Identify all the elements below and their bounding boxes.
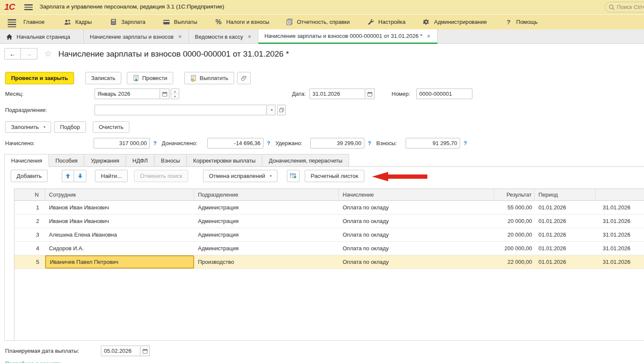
accrued-value[interactable] bbox=[94, 138, 150, 149]
search-placeholder: Поиск Ctrl+F bbox=[617, 4, 644, 10]
tab-vedomosti[interactable]: Ведомости в кассу × bbox=[189, 29, 258, 44]
help-icon[interactable]: ? bbox=[267, 140, 270, 146]
page-title: Начисление зарплаты и взносов 0000-00000… bbox=[58, 49, 289, 59]
menu-item-nastroyka[interactable]: Настройка bbox=[367, 19, 406, 26]
department-input[interactable] bbox=[94, 105, 267, 115]
department-dropdown-button[interactable]: ▾ bbox=[267, 105, 275, 115]
tab-nachislenie-document[interactable]: Начисление зарплаты и взносов 0000-00000… bbox=[258, 29, 438, 44]
date-label: Дата: bbox=[292, 91, 306, 97]
step-down-icon[interactable]: ▼ bbox=[171, 94, 179, 99]
additional-accrued-label: Доначислено: bbox=[162, 140, 197, 146]
additional-accrued-value[interactable] bbox=[207, 138, 263, 149]
tab-vznosy[interactable]: Взносы bbox=[154, 154, 187, 166]
pick-button[interactable]: Подбор bbox=[54, 121, 86, 133]
close-icon[interactable]: × bbox=[247, 33, 252, 40]
fill-button[interactable]: Заполнить ▾ bbox=[5, 121, 51, 133]
cancel-search-button[interactable]: Отменить поиск bbox=[134, 170, 188, 182]
col-employee[interactable]: Сотрудник bbox=[45, 189, 194, 201]
month-input[interactable] bbox=[94, 89, 160, 99]
clear-button[interactable]: Очистить bbox=[93, 121, 129, 133]
close-icon[interactable]: × bbox=[177, 33, 183, 40]
accrual-cell: Оплата по окладу bbox=[339, 242, 494, 255]
table-row[interactable]: 1 Иванов Иван Иванович Администрация Опл… bbox=[14, 201, 644, 214]
col-result[interactable]: Результат bbox=[494, 189, 535, 201]
global-search-input[interactable]: Поиск Ctrl+F bbox=[605, 2, 644, 12]
calendar-icon bbox=[143, 349, 148, 354]
menu-item-administrirovanie[interactable]: Администрирование bbox=[423, 19, 487, 26]
menu-item-otchetnost[interactable]: Отчетность, справки bbox=[286, 19, 350, 26]
table-header: N Сотрудник Подразделение Начисление Рез… bbox=[14, 189, 644, 201]
menu-label: Кадры bbox=[75, 19, 92, 25]
tab-donachisleniya[interactable]: Доначисления, перерасчеты bbox=[262, 154, 349, 166]
help-icon[interactable]: ? bbox=[368, 140, 371, 146]
tab-home[interactable]: Начальная страница bbox=[0, 29, 84, 44]
close-icon[interactable]: × bbox=[426, 33, 431, 40]
post-button[interactable]: Провести bbox=[127, 72, 173, 84]
accrual-cell: Оплата по окладу bbox=[339, 228, 494, 241]
table-row-selected[interactable]: 5 Иваничев Павел Петрович Производство О… bbox=[14, 255, 644, 269]
question-icon: ? bbox=[505, 19, 512, 26]
forward-button[interactable]: → bbox=[21, 48, 37, 60]
pay-button[interactable]: Выплатить bbox=[184, 72, 234, 84]
help-icon[interactable]: ? bbox=[153, 140, 157, 146]
save-button[interactable]: Записать bbox=[85, 72, 121, 84]
undo-corrections-button[interactable]: Отмена исправлений ▾ bbox=[203, 170, 278, 182]
table-row[interactable]: 4 Сидоров И.А. Администрация Оплата по о… bbox=[14, 242, 644, 255]
table-row[interactable]: 2 Иванов Иван Иванович Администрация Опл… bbox=[14, 214, 644, 228]
group-change-button[interactable] bbox=[287, 170, 300, 182]
find-button[interactable]: Найти... bbox=[95, 170, 128, 182]
employee-cell-active[interactable]: Иваничев Павел Петрович bbox=[45, 255, 194, 269]
col-accrual[interactable]: Начисление bbox=[339, 189, 494, 201]
app-window: 1С Зарплата и управление персоналом, ред… bbox=[0, 0, 644, 363]
month-stepper[interactable]: ▲▼ bbox=[171, 89, 179, 99]
date-input[interactable] bbox=[309, 89, 365, 99]
menu-item-glavnoe[interactable]: Главное bbox=[23, 19, 45, 25]
arrow-up-icon bbox=[65, 173, 71, 179]
accrual-cell: Оплата по окладу bbox=[339, 201, 494, 214]
back-button[interactable]: ← bbox=[4, 48, 21, 60]
menu-item-pomosch[interactable]: ? Помощь bbox=[505, 19, 538, 26]
menu-item-vyplaty[interactable]: Выплаты bbox=[163, 19, 197, 26]
planned-date-input[interactable] bbox=[101, 346, 140, 356]
move-down-button[interactable] bbox=[74, 170, 86, 182]
window-tabstrip: Начальная страница Начисление зарплаты и… bbox=[0, 29, 644, 44]
system-menu-icon[interactable] bbox=[24, 4, 33, 10]
col-n[interactable]: N bbox=[14, 189, 45, 201]
accruals-table: N Сотрудник Подразделение Начисление Рез… bbox=[14, 189, 644, 341]
red-annotation-arrow bbox=[371, 171, 428, 182]
tab-nachisleniya[interactable]: Начисления bbox=[4, 154, 49, 167]
step-up-icon[interactable]: ▲ bbox=[171, 89, 179, 94]
tab-ndfl[interactable]: НДФЛ bbox=[126, 154, 155, 166]
tab-nachislenie-list[interactable]: Начисление зарплаты и взносов × bbox=[84, 29, 189, 44]
footer-link[interactable]: Подробнее о расчете bbox=[5, 360, 60, 363]
tab-uderzhaniya[interactable]: Удержания bbox=[84, 154, 126, 166]
move-up-button[interactable] bbox=[62, 170, 74, 182]
col-department[interactable]: Подразделение bbox=[194, 189, 339, 201]
contributions-value[interactable] bbox=[406, 138, 460, 149]
help-icon[interactable]: ? bbox=[464, 140, 467, 146]
add-row-button[interactable]: Добавить bbox=[11, 170, 48, 182]
menu-item-zarplata[interactable]: Зарплата bbox=[110, 19, 146, 26]
home-icon bbox=[6, 34, 13, 40]
attachments-button[interactable] bbox=[237, 72, 251, 84]
withheld-value[interactable] bbox=[310, 138, 364, 149]
favorite-star-icon[interactable]: ☆ bbox=[44, 49, 52, 59]
menu-item-nalogi[interactable]: % Налоги и взносы bbox=[215, 19, 269, 26]
tab-posobiya[interactable]: Пособия bbox=[49, 154, 84, 166]
planned-date-calendar-button[interactable] bbox=[140, 346, 150, 356]
payslip-button[interactable]: Расчетный листок bbox=[305, 170, 364, 182]
col-period[interactable]: Период bbox=[535, 189, 595, 201]
tab-korrektirovki[interactable]: Корректировки выплаты bbox=[186, 154, 263, 166]
sections-menu-icon[interactable] bbox=[8, 19, 16, 25]
tab-label: Начисление зарплаты и взносов 0000-00000… bbox=[264, 33, 422, 39]
post-and-close-button[interactable]: Провести и закрыть bbox=[5, 72, 74, 84]
month-calendar-button[interactable] bbox=[160, 89, 169, 99]
department-open-button[interactable] bbox=[277, 105, 286, 115]
table-row[interactable]: 3 Алешина Елена Ивановна Администрация О… bbox=[14, 228, 644, 242]
button-label: Заполнить bbox=[11, 124, 39, 130]
number-input[interactable] bbox=[416, 89, 472, 99]
month-label: Месяц: bbox=[5, 91, 23, 97]
date-calendar-button[interactable] bbox=[365, 89, 375, 99]
menu-item-kadry[interactable]: Кадры bbox=[64, 19, 92, 26]
col-period-end[interactable] bbox=[595, 189, 644, 201]
